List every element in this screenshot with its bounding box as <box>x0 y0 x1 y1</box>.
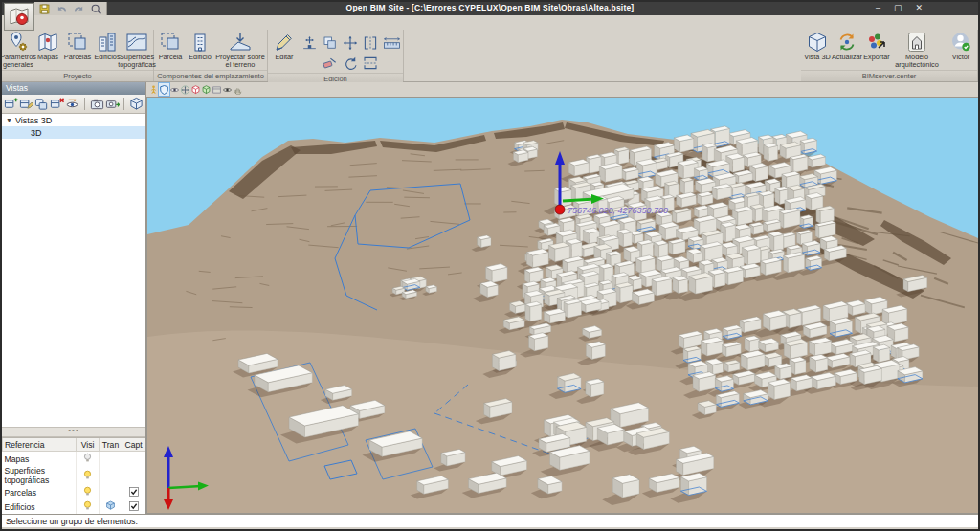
table-row: Parcelas <box>3 485 145 499</box>
capture-manage-icon[interactable] <box>105 97 120 112</box>
button-label: Parcelas <box>64 54 91 61</box>
minimize-button[interactable]: – <box>876 2 880 14</box>
window-controls: –▢✕ <box>876 2 923 14</box>
vista-3d-button[interactable]: Vista 3D <box>803 31 832 61</box>
pingear-icon <box>7 31 30 54</box>
capture-checkbox[interactable] <box>122 485 145 499</box>
visibility-bulb-icon[interactable] <box>77 499 100 514</box>
tree-node-label: Vistas 3D <box>15 116 52 125</box>
capture-icon[interactable] <box>90 97 104 112</box>
pan-mode-icon[interactable] <box>180 83 190 96</box>
mapas-button[interactable]: Mapas <box>33 31 62 61</box>
edificio-button[interactable]: Edificio <box>186 31 214 61</box>
transparency-cell[interactable] <box>100 452 122 467</box>
save-icon[interactable] <box>37 2 52 16</box>
box-grey-icon[interactable] <box>212 83 222 96</box>
column-header[interactable]: Referencia <box>3 438 77 452</box>
table-row: Edificios <box>3 499 145 514</box>
editar-button[interactable]: Editar <box>270 31 299 61</box>
transparency-cell[interactable] <box>100 499 122 514</box>
button-label: Parcela <box>159 54 183 61</box>
quick-access-toolbar <box>34 2 107 15</box>
column-header[interactable]: Tran <box>100 438 122 452</box>
view-duplicate-icon[interactable] <box>34 97 49 112</box>
button-label: Edificio <box>189 54 212 61</box>
app-icon[interactable] <box>4 3 34 31</box>
victor-button[interactable]: Victor <box>947 31 975 61</box>
box-green-icon[interactable] <box>201 83 212 96</box>
modelo-arquitectonico-button[interactable]: Modelo arquitectónico <box>892 31 942 69</box>
status-text: Seleccione un grupo de elementos. <box>6 517 138 526</box>
view-new-icon[interactable] <box>4 97 18 112</box>
export-icon <box>865 31 888 54</box>
ribbon: Parámetros generalesMapasParcelasEdifici… <box>2 15 978 82</box>
orbit-eye-icon[interactable] <box>169 83 180 96</box>
actualizar-button[interactable]: Actualizar <box>833 31 861 61</box>
visibility-bulb-icon[interactable] <box>77 452 100 467</box>
box-red-icon[interactable] <box>190 83 201 96</box>
transparency-cell[interactable] <box>100 466 122 485</box>
tree-node-vistas-3d[interactable]: ▼Vistas 3D <box>2 114 145 126</box>
view-delete-icon[interactable] <box>50 97 64 112</box>
visibility-bulb-icon[interactable] <box>77 466 100 485</box>
parcela-button[interactable]: Parcela <box>156 31 185 61</box>
copiar-button[interactable] <box>320 33 340 53</box>
parcelas-button[interactable]: Parcelas <box>63 31 92 61</box>
buildings-icon <box>96 31 119 54</box>
zoom-search-icon[interactable] <box>89 2 103 16</box>
maximize-button[interactable]: ▢ <box>894 2 902 14</box>
group-caption: BIMserver.center <box>801 70 977 81</box>
sync-icon <box>835 31 858 54</box>
scene-container: 756746.020, 4276350.700 <box>146 97 978 514</box>
title-bar: Open BIM Site - [C:\Errores CYPELUX\Open… <box>2 2 978 15</box>
close-button[interactable]: ✕ <box>915 2 923 14</box>
pencil-icon <box>273 31 296 54</box>
undo-icon[interactable] <box>55 2 69 16</box>
visibility-bulb-icon[interactable] <box>77 485 100 499</box>
medir-button[interactable] <box>382 31 401 53</box>
button-label: Modelo arquitectónico <box>892 54 942 69</box>
exportar-button[interactable]: Exportar <box>862 31 891 61</box>
clip-shield-icon[interactable] <box>159 83 169 96</box>
parametros-generales-button[interactable]: Parámetros generales <box>4 31 33 69</box>
girar-button[interactable] <box>340 53 360 73</box>
redo-icon[interactable] <box>72 2 86 16</box>
tree-item-3d[interactable]: 3D <box>2 126 145 139</box>
view-3d-icon[interactable] <box>129 97 144 112</box>
panel-splitter[interactable]: ••• <box>2 427 145 437</box>
chevron-down-icon[interactable]: ▼ <box>6 117 12 123</box>
application-window: Open BIM Site - [C:\Errores CYPELUX\Open… <box>0 0 980 531</box>
simetria-mover-button[interactable] <box>360 53 380 73</box>
capture-checkbox[interactable] <box>122 452 145 467</box>
capture-checkbox[interactable] <box>122 466 145 485</box>
status-bar: Seleccione un grupo de elementos. <box>2 514 978 527</box>
parcel-icon <box>66 31 89 54</box>
toolbar-separator <box>80 98 85 110</box>
view-edit-icon[interactable] <box>19 97 33 112</box>
view-visibility-icon[interactable] <box>65 97 79 112</box>
borrar-button[interactable] <box>320 53 340 73</box>
3d-scene[interactable]: 756746.020, 4276350.700 <box>147 98 978 514</box>
editar-nodos-button[interactable] <box>300 31 319 53</box>
superficies-topograficas-button[interactable]: Superficies topográficas <box>122 31 151 69</box>
layer-name: Superficies topográficas <box>3 466 77 485</box>
simetria-copiar-button[interactable] <box>360 33 380 53</box>
topo-icon <box>125 31 148 54</box>
toolbar-separator <box>121 98 125 110</box>
mover-button[interactable] <box>340 33 360 53</box>
transparency-cell[interactable] <box>100 485 122 499</box>
viewport: 756746.020, 4276350.700 <box>146 82 978 514</box>
ribbon-group-edici-n: EditarEdición <box>268 30 404 81</box>
views-panel-header: Vistas <box>2 82 145 95</box>
edit-tools-grid <box>320 31 381 73</box>
capture-checkbox[interactable] <box>122 499 145 514</box>
column-header[interactable]: Capt <box>122 438 145 452</box>
column-header[interactable]: Visi <box>77 438 100 452</box>
measure-figure-icon[interactable] <box>148 83 159 96</box>
views-panel-toolbar <box>2 95 145 114</box>
visibility-icon[interactable] <box>222 83 233 96</box>
table-row: Superficies topográficas <box>3 466 145 485</box>
proyectar-sobre-el-terreno-button[interactable]: Proyectar sobre el terreno <box>215 31 265 69</box>
button-label: Edificios <box>94 54 120 61</box>
hand-icon[interactable] <box>233 83 243 96</box>
